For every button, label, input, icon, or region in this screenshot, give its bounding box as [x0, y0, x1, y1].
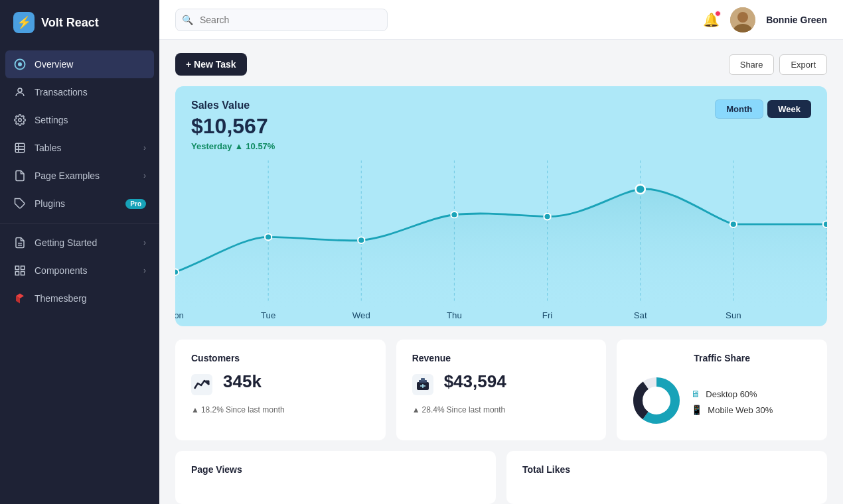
svg-text:Tue: Tue [261, 311, 275, 321]
sidebar-item-label: Plugins [35, 198, 65, 209]
svg-point-32 [823, 221, 827, 227]
traffic-title: Traffic Share [633, 353, 811, 363]
period-label: Yesterday [191, 141, 232, 151]
traffic-content: 🖥 Desktop 60% 📱 Mobile Web 30% [633, 377, 811, 427]
chevron-right-icon: › [143, 238, 146, 247]
sidebar-item-label: Page Examples [35, 170, 100, 181]
sales-chart-area: Mon Tue Wed Thu Fri Sat Sun [175, 154, 827, 326]
new-task-button[interactable]: + New Task [175, 53, 247, 76]
revenue-label: Revenue [412, 353, 591, 363]
sidebar-item-transactions[interactable]: Transactions [0, 78, 159, 106]
notification-dot [715, 11, 721, 17]
revenue-card: Revenue $43,594 [396, 340, 607, 440]
sidebar-item-plugins[interactable]: Plugins Pro [0, 190, 159, 218]
svg-rect-4 [15, 143, 25, 153]
plugins-icon [13, 197, 27, 210]
mobile-label: Mobile Web 30% [708, 405, 773, 415]
bottom-card-2-title: Total Likes [522, 464, 811, 475]
chevron-right-icon: › [143, 143, 146, 153]
sales-change: Yesterday ▲ 10.57% [191, 141, 275, 151]
app-logo[interactable]: ⚡ Volt React [0, 0, 159, 45]
sales-header: Sales Value $10,567 Yesterday ▲ 10.57% M… [191, 99, 811, 151]
customers-label: Customers [191, 353, 370, 363]
revenue-change-text: Since last month [447, 405, 506, 414]
stats-row: Customers 345k ▲ 18.2% [175, 340, 827, 440]
customers-card-header: 345k [191, 371, 370, 400]
search-icon: 🔍 [182, 15, 193, 25]
revenue-info: $43,594 [444, 371, 591, 392]
customers-icon [191, 374, 212, 400]
traffic-card: Traffic Share � [617, 340, 827, 440]
revenue-change: ▲ 28.4% Since last month [412, 405, 591, 414]
revenue-icon [412, 374, 433, 400]
sidebar-item-overview[interactable]: Overview [5, 50, 154, 78]
avatar[interactable] [730, 7, 755, 32]
notifications-button[interactable]: 🔔 [703, 12, 720, 28]
svg-rect-13 [21, 272, 25, 275]
sidebar: ⚡ Volt React Overview Transactions Setti… [0, 0, 159, 504]
svg-rect-12 [21, 266, 25, 269]
svg-rect-44 [421, 378, 425, 381]
up-arrow: ▲ [191, 405, 199, 414]
share-button[interactable]: Share [729, 54, 775, 75]
sidebar-nav: Overview Transactions Settings Tables › [0, 45, 159, 504]
sidebar-item-components[interactable]: Components › [0, 257, 159, 284]
overview-icon [13, 58, 27, 71]
customers-change-text: Since last month [226, 405, 285, 414]
bottom-card-1-title: Page Views [191, 464, 480, 475]
sales-chart-svg: Mon Tue Wed Thu Fri Sat Sun [175, 160, 827, 326]
week-button[interactable]: Week [767, 100, 811, 118]
sales-value: $10,567 [191, 114, 275, 139]
export-button[interactable]: Export [779, 54, 827, 75]
svg-point-2 [18, 88, 22, 92]
svg-text:Sun: Sun [726, 311, 741, 321]
svg-point-16 [737, 12, 748, 23]
svg-rect-14 [15, 272, 19, 275]
search-input[interactable] [175, 9, 388, 31]
sidebar-item-page-examples[interactable]: Page Examples › [0, 162, 159, 190]
sidebar-item-getting-started[interactable]: Getting Started › [0, 229, 159, 257]
svg-point-30 [636, 185, 645, 194]
sidebar-divider [0, 223, 159, 223]
sales-title: Sales Value [191, 99, 275, 111]
toolbar: + New Task Share Export [175, 53, 827, 76]
svg-point-27 [358, 237, 364, 243]
pro-badge: Pro [125, 199, 146, 209]
revenue-change-value: 28.4% [422, 405, 445, 414]
sales-info: Sales Value $10,567 Yesterday ▲ 10.57% [191, 99, 275, 151]
search-wrapper[interactable]: 🔍 [175, 9, 388, 31]
sidebar-item-settings[interactable]: Settings [0, 106, 159, 134]
content-area: + New Task Share Export Sales Value $10,… [159, 40, 843, 504]
month-button[interactable]: Month [715, 99, 763, 119]
svg-point-29 [544, 214, 550, 220]
sales-chart-card: Sales Value $10,567 Yesterday ▲ 10.57% M… [175, 86, 827, 326]
user-name: Bonnie Green [766, 15, 827, 25]
revenue-value: $43,594 [444, 371, 591, 392]
app-name: Volt React [41, 16, 99, 30]
toolbar-actions: Share Export [729, 54, 827, 75]
sidebar-item-label: Getting Started [35, 237, 97, 248]
svg-text:Sat: Sat [634, 311, 647, 321]
sidebar-item-themesberg[interactable]: Themesberg [0, 284, 159, 312]
sidebar-item-tables[interactable]: Tables › [0, 134, 159, 162]
svg-text:Mon: Mon [175, 311, 184, 321]
bottom-row: Page Views Total Likes [175, 451, 827, 504]
legend-desktop: 🖥 Desktop 60% [691, 389, 773, 399]
app-logo-icon: ⚡ [13, 12, 35, 33]
svg-text:Fri: Fri [542, 311, 552, 321]
header-right: 🔔 Bonnie Green [703, 7, 827, 32]
sidebar-item-label: Themesberg [35, 293, 87, 304]
legend-mobile: 📱 Mobile Web 30% [691, 405, 773, 415]
customers-change-value: 18.2% [201, 405, 224, 414]
period-toggle: Month Week [715, 99, 811, 119]
mobile-icon: 📱 [691, 405, 702, 415]
chevron-right-icon: › [143, 266, 146, 275]
traffic-legend: 🖥 Desktop 60% 📱 Mobile Web 30% [691, 389, 773, 415]
customers-card: Customers 345k ▲ 18.2% [175, 340, 386, 440]
svg-point-1 [18, 62, 22, 66]
sidebar-item-label: Transactions [35, 87, 88, 97]
transactions-icon [13, 86, 27, 99]
tables-icon [13, 141, 27, 155]
svg-point-25 [175, 269, 179, 275]
themesberg-icon [13, 292, 27, 305]
